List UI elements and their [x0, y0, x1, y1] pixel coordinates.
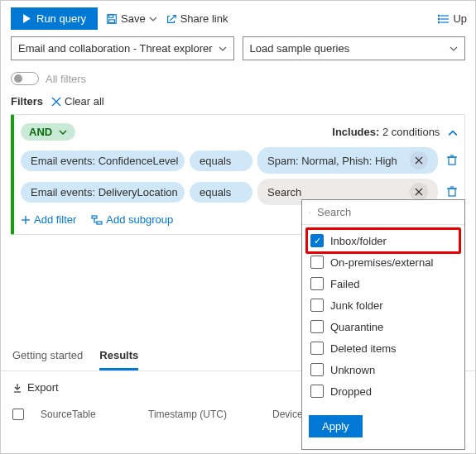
sample-queries-value: Load sample queries [250, 42, 350, 55]
filter-group-header: AND Includes: 2 conditions [21, 123, 458, 141]
up-label: Up [453, 12, 467, 25]
download-icon [12, 383, 22, 393]
all-filters-toggle[interactable] [11, 72, 39, 85]
share-link-label: Share link [180, 12, 228, 25]
svg-point-7 [439, 15, 440, 17]
clear-all-label: Clear all [65, 95, 104, 108]
logical-operator-pill[interactable]: AND [21, 123, 75, 141]
run-query-label: Run query [36, 12, 86, 25]
save-icon [106, 13, 118, 25]
popup-search-row [302, 200, 464, 225]
popup-option-label: Junk folder [330, 299, 383, 312]
scroll-up-button[interactable]: Up [438, 12, 467, 25]
popup-option[interactable]: Failed [309, 273, 458, 294]
checkbox-icon [310, 277, 324, 290]
checkbox-icon [310, 342, 324, 355]
play-icon [22, 14, 31, 23]
delete-condition-button[interactable] [446, 185, 458, 199]
top-toolbar: Run query Save Share link Up [1, 1, 475, 36]
search-icon [309, 207, 310, 218]
chevron-up-icon[interactable] [448, 128, 458, 138]
scope-selectors: Email and collaboration - Threat explore… [1, 36, 475, 69]
column-header[interactable]: Timestamp (UTC) [148, 409, 256, 420]
condition-op-pill[interactable]: equals [190, 151, 252, 171]
popup-option[interactable]: Deleted items [309, 337, 458, 359]
save-button[interactable]: Save [106, 12, 157, 25]
close-icon [415, 156, 423, 165]
popup-option[interactable]: Quarantine [309, 316, 458, 337]
add-subgroup-button[interactable]: Add subgroup [91, 213, 173, 226]
chevron-down-icon [219, 45, 227, 53]
apply-button[interactable]: Apply [309, 415, 363, 437]
includes-summary: Includes: 2 conditions [332, 126, 458, 138]
popup-option-label: Unknown [330, 364, 375, 376]
svg-rect-3 [108, 19, 114, 22]
popup-option[interactable]: Dropped [309, 380, 458, 402]
popup-option[interactable]: Junk folder [309, 294, 458, 316]
share-icon [166, 13, 177, 25]
column-header[interactable]: SourceTable [41, 409, 132, 420]
svg-point-8 [439, 18, 440, 20]
trash-icon [446, 185, 458, 197]
popup-option-label: On-premises/external [330, 256, 433, 269]
trash-icon [446, 154, 458, 165]
svg-point-9 [439, 22, 440, 23]
svg-point-28 [309, 212, 310, 213]
chevron-down-icon [149, 15, 157, 23]
svg-line-29 [310, 213, 310, 213]
select-all-checkbox[interactable] [12, 409, 24, 420]
checkbox-icon [310, 256, 324, 269]
all-filters-label: All filters [46, 73, 86, 85]
popup-option[interactable]: Unknown [309, 359, 458, 380]
popup-option-label: Dropped [330, 385, 372, 398]
clear-value-button[interactable] [410, 151, 428, 170]
condition-op-pill[interactable]: equals [190, 182, 252, 203]
popup-footer: Apply [302, 407, 464, 449]
tab-getting-started[interactable]: Getting started [12, 349, 83, 370]
filters-title: Filters [11, 95, 43, 108]
svg-rect-2 [108, 14, 113, 17]
checkbox-icon [310, 320, 324, 333]
sample-queries-select[interactable]: Load sample queries [243, 36, 466, 60]
popup-option-label: Inbox/folder [330, 235, 387, 247]
popup-option-label: Deleted items [330, 342, 396, 355]
checkbox-icon [310, 299, 324, 312]
chevron-down-icon [450, 45, 458, 53]
svg-rect-19 [449, 189, 455, 196]
popup-options-list: Inbox/folderOn-premises/externalFailedJu… [302, 225, 464, 407]
checkbox-icon [310, 234, 324, 247]
popup-search-input[interactable] [315, 205, 458, 219]
share-link-button[interactable]: Share link [166, 12, 228, 25]
chevron-down-icon [59, 128, 67, 136]
condition-value-pill[interactable]: Spam: Normal, Phish: High [257, 147, 438, 174]
list-icon [438, 14, 450, 24]
close-icon [51, 97, 61, 107]
subgroup-icon [91, 215, 103, 225]
run-query-button[interactable]: Run query [11, 7, 98, 30]
filters-header: Filters Clear all [1, 95, 475, 114]
clear-value-button[interactable] [410, 183, 428, 201]
popup-option[interactable]: Inbox/folder [309, 230, 458, 251]
svg-rect-24 [92, 216, 97, 218]
logical-operator-label: AND [29, 126, 52, 138]
close-icon [415, 188, 423, 196]
add-filter-button[interactable]: Add filter [21, 213, 76, 226]
clear-all-button[interactable]: Clear all [51, 95, 104, 108]
condition-field-pill[interactable]: Email events: ConfidenceLevel [21, 151, 185, 171]
popup-option[interactable]: On-premises/external [309, 251, 458, 273]
save-label: Save [121, 12, 146, 25]
all-filters-row: All filters [1, 69, 475, 95]
tab-results[interactable]: Results [99, 349, 138, 370]
svg-marker-0 [23, 14, 31, 23]
svg-rect-14 [449, 157, 455, 165]
checkbox-icon [310, 385, 324, 398]
scope-select[interactable]: Email and collaboration - Threat explore… [11, 36, 234, 60]
condition-field-pill[interactable]: Email events: DeliveryLocation [21, 182, 185, 203]
svg-rect-25 [97, 222, 102, 224]
popup-option-label: Failed [330, 278, 359, 290]
popup-option-label: Quarantine [330, 321, 383, 333]
delete-condition-button[interactable] [446, 154, 458, 168]
checkbox-icon [310, 363, 324, 376]
scope-select-value: Email and collaboration - Threat explore… [18, 42, 213, 55]
condition-row: Email events: ConfidenceLevel equals Spa… [21, 147, 458, 174]
